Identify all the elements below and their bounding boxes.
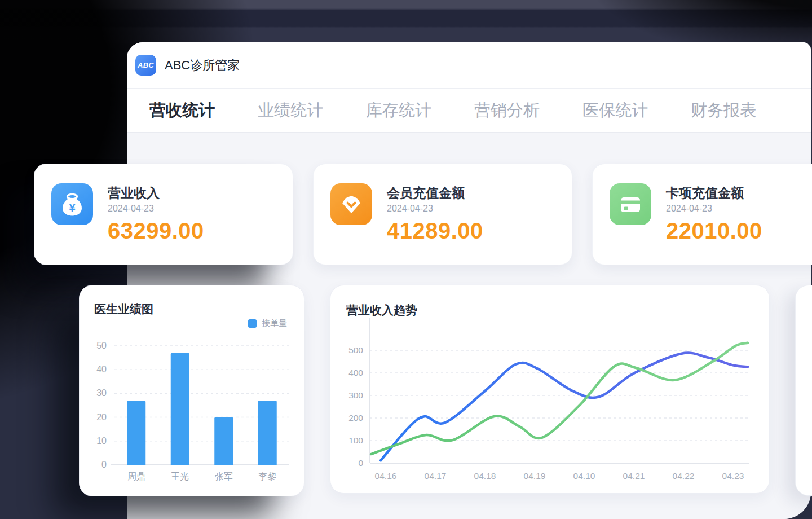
window-header: ABC ABC诊所管家 [127, 42, 811, 89]
svg-text:04.18: 04.18 [474, 471, 496, 481]
svg-text:王光: 王光 [171, 472, 189, 481]
svg-text:0: 0 [358, 458, 363, 468]
svg-text:0: 0 [102, 460, 107, 469]
svg-text:100: 100 [348, 436, 363, 445]
member-gem-icon [330, 183, 372, 225]
svg-text:04.10: 04.10 [573, 471, 595, 481]
svg-text:¥: ¥ [69, 201, 76, 214]
app-logo-text: ABC [138, 61, 154, 69]
svg-text:李黎: 李黎 [258, 472, 276, 481]
stat-card-member-recharge: 会员充值金额 2024-04-23 41289.00 [313, 164, 572, 265]
stat-value: 63299.00 [108, 218, 204, 244]
bar-chart-canvas: 01020304050周鼎王光张军李黎 [80, 285, 305, 497]
tab-bar: 营收统计 业绩统计 库存统计 营销分析 医保统计 财务报表 [127, 89, 811, 133]
svg-text:50: 50 [96, 341, 107, 350]
revenue-trend-chart-card: 营业收入趋势 010020030040050004.1604.1704.1804… [330, 285, 770, 494]
stat-date: 2024-04-23 [108, 204, 154, 214]
svg-text:400: 400 [348, 368, 363, 377]
svg-text:300: 300 [348, 390, 363, 400]
line-chart-canvas: 010020030040050004.1604.1704.1804.1904.1… [330, 285, 770, 494]
svg-text:04.22: 04.22 [673, 471, 695, 481]
stat-title: 会员充值金额 [387, 184, 465, 202]
svg-text:张军: 张军 [215, 472, 233, 481]
svg-text:10: 10 [96, 436, 107, 446]
stat-value: 41289.00 [387, 218, 483, 244]
svg-text:周鼎: 周鼎 [127, 472, 145, 481]
svg-text:04.21: 04.21 [623, 471, 645, 481]
tab-revenue-stats[interactable]: 营收统计 [149, 99, 215, 122]
stat-title: 营业收入 [108, 184, 160, 202]
tab-inventory-stats[interactable]: 库存统计 [366, 99, 431, 122]
screenshot-stage: ABC ABC诊所管家 营收统计 业绩统计 库存统计 营销分析 医保统计 财务报… [0, 0, 812, 519]
svg-text:04.23: 04.23 [722, 471, 744, 481]
tab-performance-stats[interactable]: 业绩统计 [258, 99, 323, 122]
svg-text:04.19: 04.19 [524, 471, 546, 481]
tab-marketing-analysis[interactable]: 营销分析 [474, 99, 540, 122]
stat-date: 2024-04-23 [387, 204, 433, 214]
stat-value: 22010.00 [666, 218, 762, 244]
doctor-performance-chart-card: 医生业绩图 接单量 01020304050周鼎王光张军李黎 [79, 285, 304, 496]
tab-finance-report[interactable]: 财务报表 [691, 99, 756, 122]
svg-text:40: 40 [96, 364, 107, 374]
svg-text:20: 20 [96, 412, 107, 422]
svg-text:500: 500 [348, 345, 363, 355]
svg-text:04.16: 04.16 [375, 471, 397, 481]
clipped-right-card [795, 285, 812, 496]
svg-text:30: 30 [96, 388, 107, 398]
stat-date: 2024-04-23 [666, 204, 712, 214]
stat-title: 卡项充值金额 [666, 184, 744, 202]
tab-insurance-stats[interactable]: 医保统计 [582, 99, 648, 122]
credit-card-icon [610, 183, 651, 225]
svg-text:200: 200 [348, 413, 363, 423]
stat-card-revenue: ¥ 营业收入 2024-04-23 63299.00 [34, 164, 293, 265]
money-bag-icon: ¥ [51, 183, 93, 225]
app-logo-icon: ABC [135, 55, 156, 76]
svg-text:04.17: 04.17 [425, 471, 447, 481]
app-title: ABC诊所管家 [165, 57, 240, 74]
stat-card-card-recharge: 卡项充值金额 2024-04-23 22010.00 [592, 164, 812, 265]
